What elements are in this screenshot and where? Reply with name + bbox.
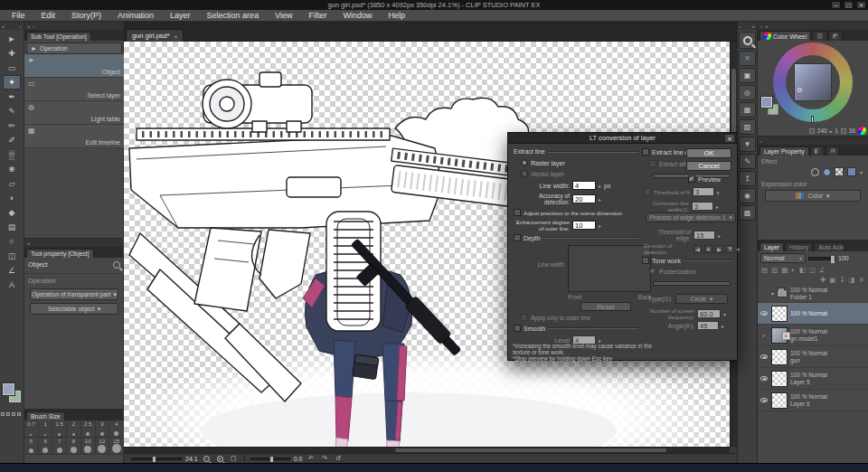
spinner-icon[interactable]: ▸	[722, 323, 724, 329]
direction-up-button[interactable]: ▲	[704, 245, 712, 253]
menu-help[interactable]: Help	[381, 11, 414, 20]
layer-row-layer5[interactable]: 100 % Normal Layer 5	[758, 368, 868, 390]
brush-size-preset[interactable]: 6	[39, 438, 53, 455]
layer-thumbnail[interactable]	[771, 306, 788, 322]
airbrush-tool[interactable]: ▒	[3, 147, 21, 162]
close-button[interactable]: ✕	[856, 1, 866, 9]
edge-process-dropdown[interactable]: Process of edge detection 1 ▾	[646, 212, 736, 222]
merge-down-icon[interactable]: ↧	[839, 276, 844, 284]
menu-view[interactable]: View	[267, 11, 300, 20]
restore-button[interactable]: ▢	[844, 1, 854, 9]
move-tool[interactable]: ✚	[3, 46, 21, 61]
selectable-object-dropdown[interactable]: Selectable object ▾	[30, 303, 118, 315]
layer-row-model[interactable]: ✓ ✕ 100 % Normal gn model1	[758, 325, 868, 346]
tone-work-checkbox[interactable]	[642, 257, 649, 264]
preview-checkbox[interactable]: ✓	[688, 175, 695, 183]
quick-command-7[interactable]: ✎	[739, 154, 756, 169]
layer-thumbnail[interactable]	[771, 349, 788, 365]
menu-layer[interactable]: Layer	[162, 11, 199, 20]
layer-color-effect-icon[interactable]	[847, 167, 856, 176]
brush-size-preset[interactable]: 12	[96, 438, 110, 455]
decoration-tool[interactable]: ❀	[3, 162, 21, 176]
layer-property-tab[interactable]: Layer Property	[760, 146, 809, 156]
extract-posterization-checkbox[interactable]	[649, 160, 656, 167]
spinner-icon[interactable]: ▸	[718, 232, 721, 239]
layer-row-gun[interactable]: 100 % Normal gun	[758, 346, 868, 368]
brush-size-preset[interactable]: 5	[24, 438, 39, 455]
quick-command-9[interactable]: ◉	[739, 188, 756, 203]
reset-view-icon[interactable]: ↺	[333, 455, 343, 463]
minimize-button[interactable]: ─	[831, 1, 841, 9]
pen-tool[interactable]: ✎	[3, 104, 21, 118]
transfer-icon[interactable]: ◨	[849, 276, 855, 284]
animation-tab[interactable]: ▤	[826, 146, 840, 156]
document-close-icon[interactable]: ●	[175, 33, 177, 39]
main-color-swatch[interactable]	[761, 97, 772, 108]
delete-layer-icon[interactable]: ✕	[859, 276, 864, 284]
adjust-precision-option[interactable]: Adjust precision to the scene dimension	[514, 209, 622, 216]
extract-texture-checkbox[interactable]	[642, 148, 649, 156]
preview-option[interactable]: ✓ Preview	[688, 175, 721, 183]
subtool-item-object[interactable]: ► Object	[24, 54, 124, 78]
brush-size-preset[interactable]: 8	[67, 438, 81, 455]
depth-curve-box[interactable]	[568, 245, 651, 292]
opacity-slider[interactable]	[808, 257, 835, 260]
lock-transparency-icon[interactable]: ▤	[761, 266, 768, 274]
brush-size-preset[interactable]: 0.7	[24, 420, 39, 438]
dialog-titlebar[interactable]: LT conversion of layer ✕	[508, 133, 737, 144]
brush-size-preset[interactable]: 1	[39, 420, 53, 438]
vector-layer-option[interactable]: Vector layer	[521, 170, 564, 177]
draft-layer-icon[interactable]: ◧	[799, 266, 806, 274]
eye-icon[interactable]	[760, 311, 768, 316]
smooth-checkbox[interactable]	[514, 325, 521, 332]
correction-width-input[interactable]: 3	[692, 202, 713, 211]
text-tool[interactable]: A	[3, 278, 21, 292]
threshold-fill-checkbox[interactable]	[644, 188, 651, 195]
tone-work-group[interactable]: Tone work	[642, 257, 732, 264]
menu-window[interactable]: Window	[335, 11, 381, 20]
ruler-visibility-icon[interactable]: ∠	[819, 266, 826, 274]
reference-layer-icon[interactable]: ◐	[791, 266, 796, 274]
collapse-toolbar-icon[interactable]: «	[2, 24, 5, 29]
figure-tool[interactable]: ○	[3, 234, 21, 249]
color-set-tab[interactable]: ◩	[828, 31, 843, 41]
layer-thumbnail[interactable]	[771, 392, 788, 409]
layer-thumbnail[interactable]	[771, 371, 788, 387]
cancel-button[interactable]: Cancel	[686, 161, 731, 171]
lock-layer-icon[interactable]: ▥	[771, 266, 778, 274]
raster-layer-radio[interactable]	[521, 159, 528, 166]
expression-color-dropdown[interactable]: Color ▾	[765, 190, 861, 202]
direction-left-button[interactable]: ◀	[693, 245, 702, 253]
menu-story[interactable]: Story(P)	[63, 11, 109, 20]
enhancement-input[interactable]: 10	[572, 221, 596, 230]
brush-size-preset[interactable]: 15	[109, 438, 124, 455]
fill-tool[interactable]: ◆	[3, 205, 21, 220]
apply-outer-checkbox[interactable]	[521, 314, 528, 321]
reset-button[interactable]: Reset	[580, 302, 631, 311]
quick-command-5[interactable]: ▧	[739, 119, 756, 135]
brush-size-preset[interactable]: 2	[67, 420, 81, 438]
zoom-out-icon[interactable]: -	[202, 455, 212, 463]
selection-tool[interactable]: ▭	[3, 61, 21, 75]
new-layer-icon[interactable]: ✚	[820, 276, 826, 284]
quick-collapse-icon[interactable]: ‹	[740, 24, 741, 29]
zoom-slider[interactable]	[131, 458, 182, 460]
quick-expand-icon[interactable]: »	[752, 24, 755, 29]
threshold-edge-input[interactable]: 15	[693, 231, 715, 240]
folder-expand-icon[interactable]: ▾	[771, 290, 774, 297]
quick-command-8[interactable]: ↥	[739, 171, 756, 186]
adjust-precision-checkbox[interactable]	[514, 209, 521, 216]
rotate-right-icon[interactable]: ↷	[319, 455, 329, 463]
brush-size-preset[interactable]: 7	[52, 438, 67, 455]
direction-down-button[interactable]: ▼	[726, 245, 734, 253]
panel-collapse-icon[interactable]: ‹	[760, 24, 762, 29]
quick-command-10[interactable]: ▩	[739, 205, 756, 221]
chevron-down-icon[interactable]: ▾	[860, 169, 863, 175]
eye-icon[interactable]	[760, 354, 768, 359]
mask-icon[interactable]: ◫	[809, 266, 816, 274]
raster-layer-option[interactable]: Raster layer	[521, 159, 565, 166]
quick-command-1[interactable]: ✕	[739, 51, 756, 66]
spinner-icon[interactable]: ▸	[717, 189, 720, 195]
saturation-value-square[interactable]	[794, 63, 832, 101]
screen-frequency-input[interactable]: 60.0	[697, 309, 721, 318]
